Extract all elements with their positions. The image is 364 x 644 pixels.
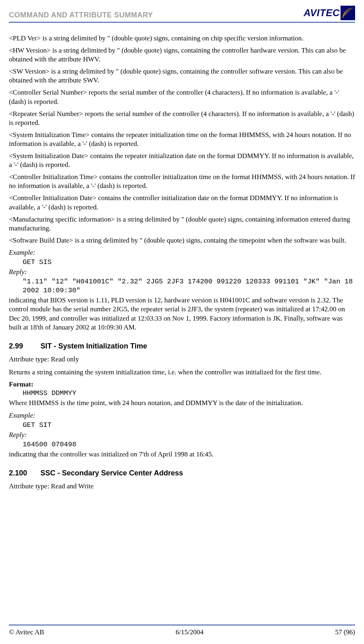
section-title: SIT - System Initialization Time bbox=[40, 342, 147, 350]
format-code: HHMMSS DDMMYY bbox=[23, 389, 355, 398]
paragraph: indicating that the controller was initi… bbox=[9, 450, 355, 459]
paragraph: indicating that BIOS version is 1.11, PL… bbox=[9, 296, 355, 332]
reply-code: 164500 070498 bbox=[23, 440, 355, 449]
reply-code: "1.11" "12" "H041001C" "2.32" 2JG5 2JF3 … bbox=[23, 277, 355, 295]
section-number: 2.100 bbox=[9, 469, 40, 478]
paragraph: <Software Build Date> is a string delimi… bbox=[9, 236, 355, 245]
example-label: Example: bbox=[9, 248, 355, 257]
paragraph: <Repeater Serial Number> reports the ser… bbox=[9, 110, 355, 127]
reply-label: Reply: bbox=[9, 268, 355, 277]
paragraph: <System Initialization Date> contains th… bbox=[9, 152, 355, 169]
page-footer: © Avitec AB 6/15/2004 57 (96) bbox=[9, 625, 355, 637]
section-heading-sit: 2.99SIT - System Initialization Time bbox=[9, 342, 355, 351]
footer-left: © Avitec AB bbox=[9, 628, 44, 637]
section-title: SSC - Secondary Service Center Address bbox=[40, 469, 183, 477]
logo: AVITEC bbox=[304, 6, 355, 20]
section-number: 2.99 bbox=[9, 342, 40, 351]
example-code: GET SIS bbox=[23, 258, 355, 267]
avitec-sun-icon bbox=[341, 6, 355, 20]
example-code: GET SIT bbox=[23, 421, 355, 430]
paragraph: <Manufacturing specific information> is … bbox=[9, 215, 355, 233]
footer-center: 6/15/2004 bbox=[176, 628, 203, 637]
format-label: Format: bbox=[9, 380, 355, 389]
footer-right: 57 (96) bbox=[335, 628, 355, 637]
paragraph: <HW Version> is a string delimited by " … bbox=[9, 46, 355, 64]
paragraph: <Controller Initialization Time> contain… bbox=[9, 173, 355, 190]
reply-label: Reply: bbox=[9, 431, 355, 439]
paragraph: <SW Version> is a string delimited by " … bbox=[9, 67, 355, 85]
logo-text: AVITEC bbox=[304, 6, 341, 19]
paragraph: <System Initialization Time> contains th… bbox=[9, 131, 355, 148]
attribute-type: Attribute type: Read and Write bbox=[9, 482, 355, 491]
paragraph: <Controller Serial Number> reports the s… bbox=[9, 88, 355, 106]
paragraph: <PLD Ver> is a string delimited by " (do… bbox=[9, 34, 355, 43]
content: <PLD Ver> is a string delimited by " (do… bbox=[9, 34, 355, 615]
attribute-type: Attribute type: Read only bbox=[9, 355, 355, 364]
paragraph: <Controller Initialization Date> contain… bbox=[9, 194, 355, 211]
paragraph: Returns a string containing the system i… bbox=[9, 368, 355, 377]
section-heading-ssc: 2.100SSC - Secondary Service Center Addr… bbox=[9, 469, 355, 478]
page-header: COMMAND AND ATTRIBUTE SUMMARY AVITEC bbox=[9, 6, 355, 23]
header-title: COMMAND AND ATTRIBUTE SUMMARY bbox=[9, 6, 153, 20]
page: COMMAND AND ATTRIBUTE SUMMARY AVITEC <PL… bbox=[0, 0, 364, 644]
example-label: Example: bbox=[9, 411, 355, 420]
paragraph: Where HHMMSS is the time point, with 24 … bbox=[9, 399, 355, 408]
